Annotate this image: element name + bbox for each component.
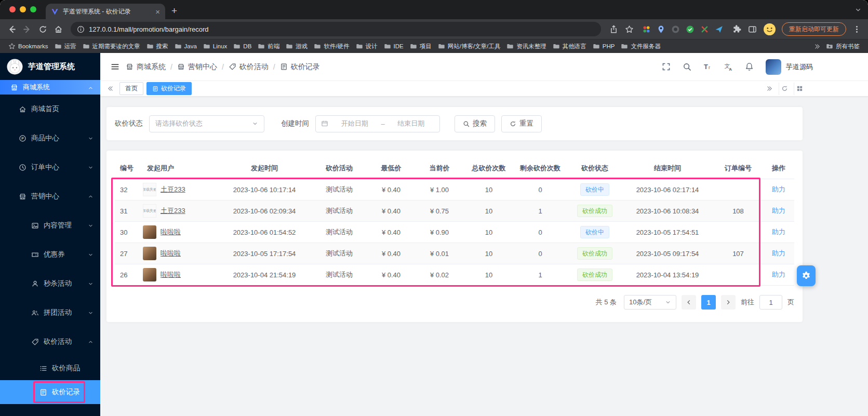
table-row[interactable]: 26啦啦啦2023-10-04 21:54:19测试活动¥ 0.40¥ 0.02… [115,264,794,286]
extension-x-icon[interactable] [700,25,709,34]
bookmark-star-icon[interactable] [622,22,636,36]
bookmark-folder-6[interactable]: 前端 [255,41,283,52]
table-row[interactable]: 30啦啦啦2023-10-06 01:54:52测试活动¥ 0.40¥ 0.90… [115,222,794,243]
sidebar-item-seckill[interactable]: 秒杀活动 [0,269,100,298]
update-button[interactable]: 重新启动即可更新 [782,22,846,36]
bookmark-folder-14[interactable]: 其他语言 [550,41,590,52]
share-icon[interactable] [606,22,621,36]
all-bookmarks-item[interactable]: 所有书签 [823,41,863,52]
bookmark-folder-16[interactable]: 文件服务器 [618,41,664,52]
table-row[interactable]: 27啦啦啦2023-10-05 17:17:54测试活动¥ 0.40¥ 0.01… [115,243,794,264]
bookmarks-overflow-icon[interactable] [814,43,821,49]
back-button[interactable] [4,22,19,36]
table-row[interactable]: 31加载失败土豆2332023-10-06 02:09:34测试活动¥ 0.40… [115,200,794,222]
extension-colorful-grid-icon[interactable] [642,25,651,34]
window-close-button[interactable] [9,6,16,12]
bookmarks-star-item[interactable]: Bookmarks [5,41,51,51]
address-bar[interactable]: 127.0.0.1/mall/promotion/bargain/record [71,22,601,36]
tag-1[interactable]: 砍价记录 [146,82,192,95]
breadcrumb-item-bargain[interactable]: 砍价活动 [229,62,269,72]
new-tab-button[interactable]: + [171,5,177,17]
tags-scroll-right-icon[interactable] [764,83,775,95]
reload-button[interactable] [35,22,50,36]
status-filter-select[interactable]: 请选择砍价状态 [149,115,264,132]
assist-link[interactable]: 助力 [772,207,785,214]
date-range-picker[interactable]: 开始日期 – 结束日期 [315,115,440,132]
tab-search-chevron-icon[interactable] [854,5,862,14]
bookmark-folder-10[interactable]: IDE [381,41,407,51]
sidebar-item-product[interactable]: P商品中心 [0,124,100,153]
forward-button[interactable] [20,22,34,36]
site-info-icon[interactable] [77,25,85,33]
window-minimize-button[interactable] [20,6,26,12]
sidebar-item-bargain[interactable]: 砍价活动 [0,327,100,356]
browser-menu-icon[interactable] [849,22,864,36]
fullscreen-icon[interactable] [662,62,671,71]
bookmark-folder-13[interactable]: 资讯未整理 [503,41,550,52]
user-link[interactable]: 土豆233 [161,206,185,216]
sidebar-item-groupon[interactable]: 拼团活动 [0,298,100,327]
bookmark-folder-7[interactable]: 游戏 [283,41,311,52]
prev-page-button[interactable] [682,295,696,310]
tags-refresh-icon[interactable] [779,83,790,95]
font-size-icon[interactable]: Tr [703,62,712,71]
user-link[interactable]: 土豆233 [161,185,185,194]
bookmark-folder-5[interactable]: DB [230,41,255,51]
breadcrumb-item-shop[interactable]: 商城系统 [126,62,166,72]
bookmark-folder-1[interactable]: 近期需要读的文章 [79,41,143,52]
browser-tab[interactable]: 芋道管理系统 - 砍价记录 × [46,4,165,19]
page-1-button[interactable]: 1 [701,295,716,310]
extension-green-circle-icon[interactable] [686,25,695,34]
extension-send-icon[interactable] [715,25,724,34]
sidebar-item-goods[interactable]: 砍价商品 [0,356,100,380]
app-logo-row[interactable]: 芋道管理系统 [0,53,100,80]
bookmark-folder-8[interactable]: 软件/硬件 [311,41,352,52]
tab-close-icon[interactable]: × [155,8,160,16]
extension-pin-icon[interactable] [657,25,665,34]
bookmark-folder-11[interactable]: 项目 [407,41,435,52]
sidebar-item-home[interactable]: 商城首页 [0,95,100,124]
window-zoom-button[interactable] [30,6,36,12]
sidebar-item-record[interactable]: 砍价记录 [0,380,100,404]
bookmark-folder-0[interactable]: 运营 [51,41,79,52]
tags-scroll-left-icon[interactable] [104,83,116,95]
extensions-puzzle-icon[interactable] [729,22,744,36]
sidebar-item-marketing[interactable]: 营销中心 [0,182,100,211]
page-size-select[interactable]: 10条/页 [624,295,676,310]
side-panel-icon[interactable] [745,22,759,36]
bookmark-folder-4[interactable]: Linux [200,41,231,51]
breadcrumb-item-record[interactable]: 砍价记录 [280,62,320,72]
next-page-button[interactable] [721,295,736,310]
profile-avatar[interactable] [764,23,776,35]
table-row[interactable]: 32加载失败土豆2332023-10-06 10:17:14测试活动¥ 0.40… [115,179,794,200]
sidebar-item-order[interactable]: 订单中心 [0,153,100,182]
bookmark-folder-15[interactable]: PHP [590,41,618,51]
assist-link[interactable]: 助力 [772,271,785,278]
assist-link[interactable]: 助力 [772,249,785,257]
tag-0[interactable]: 首页 [119,82,143,95]
bookmark-folder-9[interactable]: 设计 [353,41,381,52]
sidebar-item-shop[interactable]: 商城系统 [0,80,100,95]
search-button[interactable]: 搜索 [455,115,495,132]
user-menu[interactable]: 芋道源码 [766,59,813,75]
search-icon[interactable] [683,62,691,71]
collapse-menu-icon[interactable] [111,62,119,71]
goto-page-input[interactable] [759,295,782,310]
user-link[interactable]: 啦啦啦 [161,249,181,258]
notifications-bell-icon[interactable] [745,62,754,71]
settings-gear-button[interactable] [797,265,816,286]
bookmark-folder-12[interactable]: 网站/博客/文章/工具 [435,41,504,52]
bookmark-folder-3[interactable]: Java [171,41,200,51]
reset-button[interactable]: 重置 [501,115,542,132]
breadcrumb-item-marketing[interactable]: 营销中心 [177,62,217,72]
sidebar-item-coupon[interactable]: 优惠券 [0,240,100,269]
assist-link[interactable]: 助力 [772,228,785,236]
tags-layout-icon[interactable] [794,83,805,95]
language-icon[interactable]: 文A [724,62,733,71]
extension-dark-circle-icon[interactable] [671,25,680,34]
user-link[interactable]: 啦啦啦 [161,227,181,237]
user-link[interactable]: 啦啦啦 [161,270,181,279]
home-button[interactable] [51,22,65,36]
sidebar-item-content[interactable]: 内容管理 [0,211,100,240]
assist-link[interactable]: 助力 [772,185,785,193]
